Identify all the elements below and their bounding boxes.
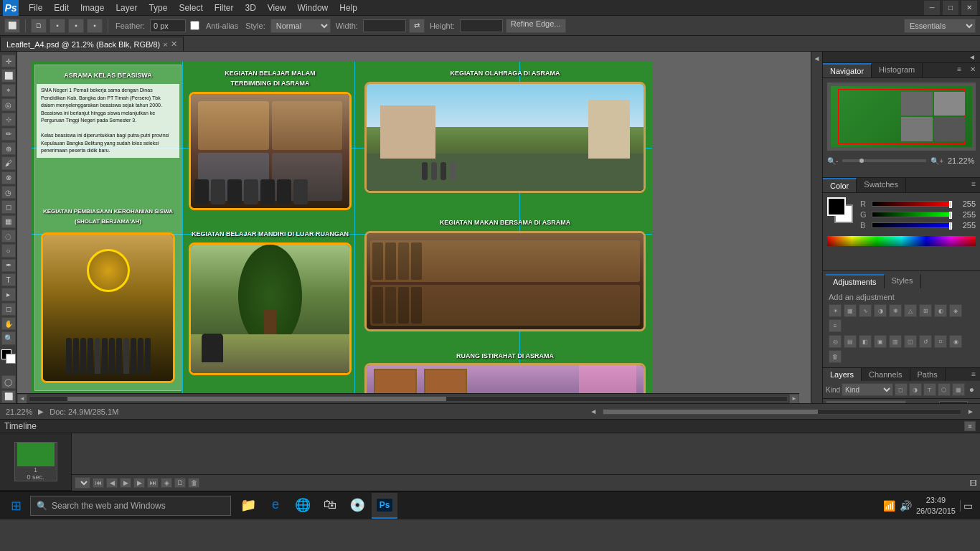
play-btn[interactable]: ▶ <box>120 478 131 488</box>
zoom-tool[interactable]: 🔍 <box>1 331 16 344</box>
taskbar-app-photoshop[interactable]: Ps <box>372 493 397 519</box>
pen-tool[interactable]: ✒ <box>1 259 16 272</box>
filter-type-select[interactable]: KindNameEffect <box>842 383 893 396</box>
zoom-slider-thumb[interactable] <box>859 159 864 163</box>
workspace-select[interactable]: Essentials <box>904 19 976 33</box>
channels-tab[interactable]: Channels <box>862 368 910 381</box>
mode-btn-3[interactable]: ▪ <box>87 19 103 33</box>
visibility-btn[interactable]: ◉ <box>949 335 962 348</box>
timeline-panel-menu-btn[interactable]: ≡ <box>964 421 976 431</box>
gradient-tool[interactable]: ▦ <box>1 215 16 228</box>
heal-tool[interactable]: ⊕ <box>1 142 16 155</box>
menu-help[interactable]: Help <box>334 1 363 14</box>
start-button[interactable]: ⊞ <box>3 493 29 519</box>
eyedropper-tool[interactable]: ✏ <box>1 128 16 141</box>
new-frame-btn[interactable]: 🗋 <box>174 478 186 488</box>
nav-panel-menu-btn[interactable]: ≡ <box>953 63 966 77</box>
nav-panel-close-btn[interactable]: ✕ <box>966 63 980 77</box>
menu-image[interactable]: Image <box>75 1 110 14</box>
menu-file[interactable]: File <box>23 1 48 14</box>
reset-btn[interactable]: ↺ <box>919 335 932 348</box>
brightness-adj[interactable]: ☀ <box>829 304 842 317</box>
selectcolor-adj[interactable]: ▥ <box>889 335 902 348</box>
taskbar-app-edge[interactable]: e <box>263 493 288 519</box>
clip-mask-btn[interactable]: ⌑ <box>934 335 947 348</box>
filter-shape-icon[interactable]: ⬡ <box>938 383 951 396</box>
delete-frame-btn[interactable]: 🗑 <box>188 478 199 488</box>
prev-frame-btn[interactable]: ◀ <box>106 478 118 488</box>
new-btn[interactable]: 🗋 <box>31 19 47 33</box>
photofilter-adj[interactable]: ◈ <box>949 304 962 317</box>
convert-to-video-btn[interactable]: 🎞 <box>970 479 977 487</box>
gradientmap-adj[interactable]: ▣ <box>874 335 887 348</box>
frame-1-thumb[interactable]: 1 0 sec. <box>14 442 57 481</box>
h-scroll-thumb[interactable] <box>67 397 446 401</box>
crop-tool[interactable]: ⊹ <box>1 113 16 126</box>
zoom-out-icon[interactable]: 🔍- <box>827 157 838 165</box>
threshold-adj[interactable]: ◧ <box>859 335 872 348</box>
menu-layer[interactable]: Layer <box>110 1 143 14</box>
colorbal-adj[interactable]: ⊞ <box>919 304 932 317</box>
green-slider[interactable] <box>872 212 953 217</box>
document-tab[interactable]: Leaflet_A4.psd @ 21.2% (Back Blk, RGB/8)… <box>0 37 184 51</box>
history-tool[interactable]: ◷ <box>1 186 16 199</box>
blur-tool[interactable]: ◌ <box>1 230 16 242</box>
search-bar[interactable]: 🔍 Search the web and Windows <box>30 496 231 516</box>
volume-icon[interactable]: 🔊 <box>900 500 912 512</box>
zoom-in-icon[interactable]: 🔍+ <box>930 157 943 165</box>
layers-panel-menu-btn[interactable]: ≡ <box>967 368 980 381</box>
brush-tool[interactable]: 🖌 <box>1 156 16 169</box>
menu-window[interactable]: Window <box>292 1 334 14</box>
histogram-tab[interactable]: Histogram <box>872 63 923 77</box>
zoom-slider[interactable] <box>842 159 926 162</box>
next-frame-btn[interactable]: ▶ <box>133 478 145 488</box>
h-scroll-track[interactable] <box>29 396 788 402</box>
path-sel-tool[interactable]: ▸ <box>1 288 16 301</box>
height-input[interactable] <box>460 19 503 32</box>
levels-adj[interactable]: ▦ <box>844 304 857 317</box>
filter-adj-icon[interactable]: ◑ <box>909 383 922 396</box>
clone-tool[interactable]: ⊗ <box>1 171 16 184</box>
background-color-swatch[interactable] <box>6 354 16 364</box>
eraser-tool[interactable]: ◻ <box>1 200 16 213</box>
skip-end-btn[interactable]: ⏭ <box>147 478 159 488</box>
feather-input[interactable] <box>150 19 186 32</box>
filter-pixel-icon[interactable]: ◻ <box>895 383 908 396</box>
layers-tab[interactable]: Layers <box>823 368 862 381</box>
color-tab[interactable]: Color <box>823 178 857 192</box>
dodge-tool[interactable]: ○ <box>1 244 16 257</box>
quick-select-tool[interactable]: ◎ <box>1 98 16 111</box>
blend-mode-select[interactable]: Pass ThroughNormalMultiplyScreen <box>826 400 906 403</box>
lasso-tool[interactable]: ⌖ <box>1 84 16 97</box>
color-panel-menu-btn[interactable]: ≡ <box>967 178 980 192</box>
menu-view[interactable]: View <box>262 1 292 14</box>
opacity-input[interactable] <box>939 401 968 403</box>
menu-filter[interactable]: Filter <box>209 1 240 14</box>
timeline-frame-1[interactable]: 1 0 sec. <box>0 433 71 491</box>
mode-btn-1[interactable]: ▪ <box>50 19 65 33</box>
bw-adj[interactable]: ◐ <box>934 304 947 317</box>
menu-edit[interactable]: Edit <box>48 1 75 14</box>
status-options-btn[interactable]: ▶ <box>38 408 44 415</box>
antialias-checkbox[interactable] <box>190 21 199 30</box>
filter-toggle[interactable]: ● <box>966 385 977 395</box>
quick-mask-btn[interactable]: ◯ <box>1 375 16 388</box>
hand-tool[interactable]: ✋ <box>1 317 16 330</box>
panels-collapse-btn[interactable]: ◄ <box>814 55 821 62</box>
canvas-hscroll-track[interactable] <box>603 409 961 415</box>
scroll-left-btn[interactable]: ◄ <box>17 394 27 404</box>
trash-btn[interactable]: 🗑 <box>829 350 842 363</box>
taskbar-app-explorer[interactable]: 📁 <box>235 493 261 519</box>
panel-options-btn[interactable]: ◄ <box>966 53 979 61</box>
menu-type[interactable]: Type <box>143 1 173 14</box>
blue-slider[interactable] <box>872 222 953 228</box>
menu-select[interactable]: Select <box>173 1 208 14</box>
adjustments-tab[interactable]: Adjustments <box>826 274 885 288</box>
width-input[interactable] <box>363 19 406 32</box>
filter-smartobj-icon[interactable]: ▦ <box>952 383 965 396</box>
red-slider[interactable] <box>872 201 953 207</box>
swatches-tab[interactable]: Swatches <box>857 178 906 192</box>
shadow-adj[interactable]: ◫ <box>904 335 917 348</box>
curves-adj[interactable]: ∿ <box>859 304 872 317</box>
taskbar-app-store[interactable]: 🛍 <box>317 493 343 519</box>
